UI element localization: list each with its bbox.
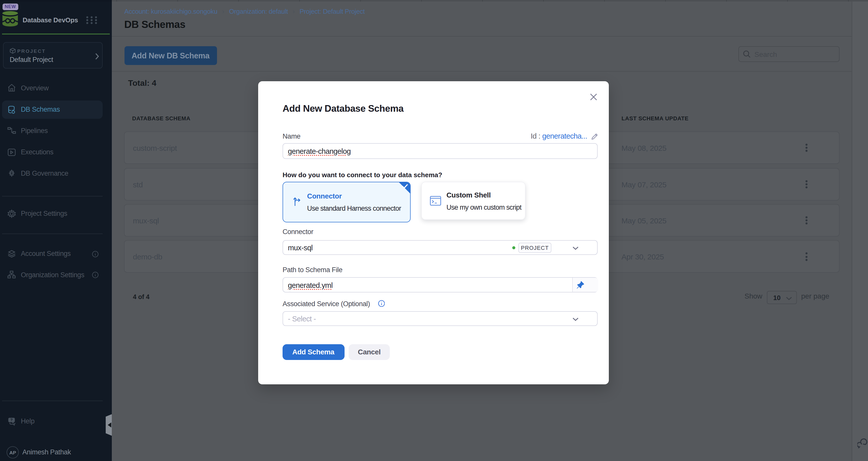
svg-text:?: ? — [10, 417, 13, 422]
